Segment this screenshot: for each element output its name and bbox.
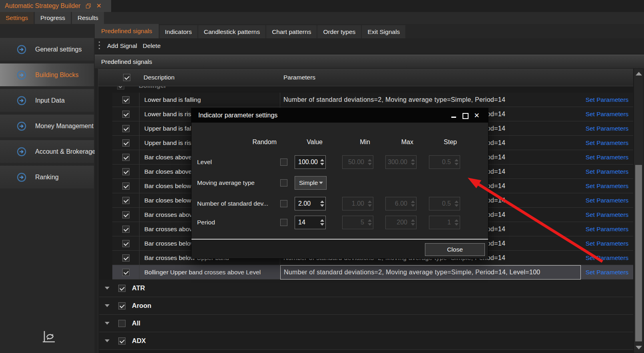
close-button[interactable]: Close xyxy=(425,243,485,256)
column-min: Min xyxy=(342,139,373,147)
row-checkbox[interactable] xyxy=(122,240,130,247)
sidebar-item-ranking[interactable]: Ranking xyxy=(0,166,94,188)
ma-type-dropdown[interactable]: Simple xyxy=(295,176,327,190)
collapse-icon[interactable] xyxy=(105,339,110,342)
restore-window-icon[interactable] xyxy=(86,4,91,9)
row-checkbox[interactable] xyxy=(122,182,130,190)
scroll-down-icon[interactable] xyxy=(636,346,642,349)
tab-results[interactable]: Results xyxy=(72,12,104,24)
set-parameters-link[interactable]: Set Parameters xyxy=(586,168,629,175)
tab-order-types[interactable]: Order types xyxy=(317,25,361,38)
spinner-arrows-icon[interactable] xyxy=(319,216,325,229)
vertical-scrollbar[interactable] xyxy=(634,69,643,353)
toolbar-grip-icon[interactable] xyxy=(99,42,100,50)
tab-candlestick-patterns[interactable]: Candlestick patterns xyxy=(198,25,265,38)
dialog-footer: Close xyxy=(191,240,488,258)
row-checkbox[interactable] xyxy=(122,139,130,147)
sidebar-item-input-data[interactable]: Input Data xyxy=(0,89,94,112)
scroll-up-icon[interactable] xyxy=(636,72,642,75)
window-title-tab[interactable]: Automatic Strategy Builder ✕ xyxy=(0,0,111,12)
row-checkbox[interactable] xyxy=(122,226,130,233)
group-checkbox[interactable] xyxy=(117,86,124,89)
tab-label: Settings xyxy=(6,14,28,22)
sidebar-item-general-settings[interactable]: General settings xyxy=(0,38,94,61)
set-parameters-link[interactable]: Set Parameters xyxy=(586,154,629,161)
step-spinner: 0.5 xyxy=(429,155,460,169)
collapse-icon[interactable] xyxy=(105,287,110,290)
group-checkbox[interactable] xyxy=(118,337,126,345)
spinner-arrows-icon[interactable] xyxy=(319,156,325,169)
maximize-icon[interactable] xyxy=(462,113,468,119)
column-random: Random xyxy=(242,139,282,147)
set-parameters-link[interactable]: Set Parameters xyxy=(586,211,629,218)
chart-reset-icon[interactable] xyxy=(41,330,57,344)
value-spinner[interactable]: 14 xyxy=(295,216,326,229)
spinner-arrows-icon xyxy=(367,197,373,210)
set-parameters-link[interactable]: Set Parameters xyxy=(586,96,629,103)
sidebar-item-money-management[interactable]: Money Management xyxy=(0,115,94,137)
sidebar-item-account-brokerage[interactable]: Account & Brokerage xyxy=(0,140,94,163)
group-checkbox[interactable] xyxy=(118,285,126,292)
close-icon[interactable]: ✕ xyxy=(473,113,480,119)
spinner-arrows-icon[interactable] xyxy=(319,197,325,210)
row-checkbox[interactable] xyxy=(122,96,130,103)
tab-chart-patterns[interactable]: Chart patterns xyxy=(266,25,317,38)
tab-label: Order types xyxy=(323,28,355,36)
delete-button[interactable]: Delete xyxy=(143,42,161,50)
table-header: Description Parameters xyxy=(98,69,633,86)
set-parameters-link[interactable]: Set Parameters xyxy=(586,125,629,132)
spinner-arrows-icon xyxy=(453,156,460,169)
tab-predefined-signals[interactable]: Predefined signals xyxy=(95,24,159,38)
group-row-aroon[interactable]: Aroon xyxy=(99,297,633,315)
tab-label: Chart patterns xyxy=(272,28,311,36)
row-checkbox[interactable] xyxy=(122,197,130,204)
row-checkbox[interactable] xyxy=(122,269,130,276)
row-checkbox[interactable] xyxy=(122,154,130,161)
group-label: ATR xyxy=(132,284,145,292)
tab-indicators[interactable]: Indicators xyxy=(160,25,197,38)
group-row-bollinger[interactable]: Bollinger xyxy=(98,86,633,93)
row-checkbox[interactable] xyxy=(122,168,130,175)
value-spinner[interactable]: 100.00 xyxy=(295,155,326,169)
group-checkbox[interactable] xyxy=(118,320,126,327)
random-checkbox[interactable] xyxy=(280,159,287,166)
set-parameters-link[interactable]: Set Parameters xyxy=(586,111,629,118)
tab-settings[interactable]: Settings xyxy=(0,12,34,24)
set-parameters-link[interactable]: Set Parameters xyxy=(586,182,629,190)
tab-label: Progress xyxy=(40,14,65,22)
set-parameters-link[interactable]: Set Parameters xyxy=(586,139,629,147)
section-title: Predefined signals xyxy=(95,55,644,68)
set-parameters-link[interactable]: Set Parameters xyxy=(586,197,629,204)
set-parameters-link[interactable]: Set Parameters xyxy=(586,240,629,247)
group-row-adx[interactable]: ADX xyxy=(99,332,633,350)
collapse-icon[interactable] xyxy=(105,322,110,325)
table-row[interactable]: Lower band is falling Number of standard… xyxy=(112,93,633,107)
random-checkbox[interactable] xyxy=(280,179,287,186)
row-checkbox[interactable] xyxy=(122,125,130,132)
set-parameters-link[interactable]: Set Parameters xyxy=(586,269,629,276)
set-parameters-link[interactable]: Set Parameters xyxy=(586,254,629,262)
tab-progress[interactable]: Progress xyxy=(35,12,71,24)
group-checkbox[interactable] xyxy=(118,302,126,309)
tab-exit-signals[interactable]: Exit Signals xyxy=(362,25,405,38)
table-row-selected[interactable]: Bollinger Upper band crosses above Level… xyxy=(112,265,633,280)
row-checkbox[interactable] xyxy=(122,111,130,118)
param-label-period: Period xyxy=(197,216,279,229)
value-spinner[interactable]: 2.00 xyxy=(295,197,326,210)
group-row-all[interactable]: All xyxy=(99,315,633,332)
row-checkbox[interactable] xyxy=(122,254,130,262)
group-row-atr[interactable]: ATR xyxy=(99,280,633,297)
window-close-icon[interactable]: ✕ xyxy=(96,0,101,12)
sidebar-item-building-blocks[interactable]: Building Blocks xyxy=(0,63,94,86)
row-checkbox[interactable] xyxy=(122,211,130,218)
add-signal-button[interactable]: Add Signal xyxy=(107,42,137,50)
dialog-titlebar[interactable]: Indicator parameter settings ✕ xyxy=(191,108,488,123)
column-step: Step xyxy=(429,139,460,147)
set-parameters-link[interactable]: Set Parameters xyxy=(586,226,629,233)
collapse-icon[interactable] xyxy=(105,304,110,307)
random-checkbox[interactable] xyxy=(280,200,287,207)
scrollbar-thumb[interactable] xyxy=(635,165,642,341)
select-all-checkbox[interactable] xyxy=(123,74,130,81)
minimize-icon[interactable] xyxy=(451,113,457,119)
random-checkbox[interactable] xyxy=(280,219,287,226)
